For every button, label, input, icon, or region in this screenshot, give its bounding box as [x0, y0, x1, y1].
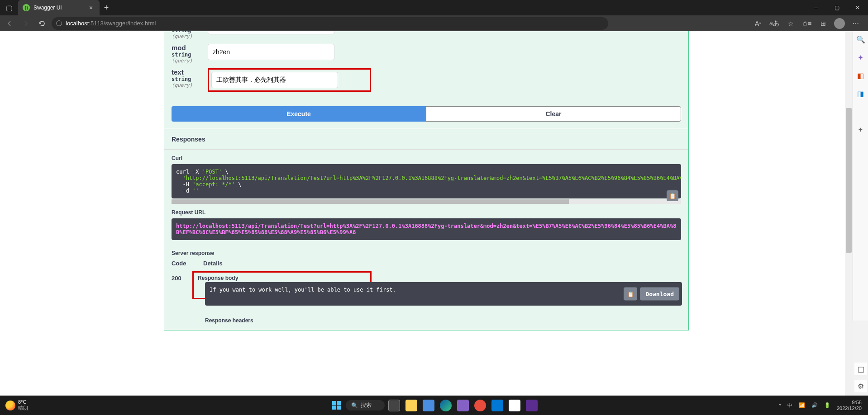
site-info-icon[interactable]: ⓘ [56, 19, 62, 28]
refresh-button[interactable] [35, 17, 49, 30]
server-response-label: Server response [164, 245, 688, 260]
page-scrollbar[interactable] [845, 31, 853, 396]
param-name-col: string (query) [172, 31, 208, 39]
app-icon-1[interactable] [472, 398, 488, 413]
ime-indicator[interactable]: 中 [787, 402, 792, 409]
sidebar-copilot-icon[interactable]: ✦ [856, 53, 865, 62]
search-label: 搜索 [361, 401, 372, 409]
windows-logo-icon [332, 401, 341, 410]
battery-icon[interactable]: 🔋 [824, 402, 830, 408]
curl-code-block[interactable]: curl -X 'POST' \ 'http://localhost:5113/… [172, 164, 681, 198]
responses-header: Responses [164, 129, 688, 150]
param-input-mod[interactable] [208, 44, 334, 60]
time-text: 9:58 [837, 400, 862, 406]
weather-widget[interactable]: 8°C 晴朗 [0, 399, 28, 411]
file-explorer-icon[interactable] [404, 398, 419, 413]
clear-button[interactable]: Clear [426, 106, 681, 122]
start-button[interactable] [329, 398, 344, 413]
new-tab-button[interactable]: + [100, 3, 113, 13]
sidebar-add-icon[interactable]: + [856, 125, 865, 134]
settings-gear-icon[interactable]: ⚙ [854, 380, 867, 392]
read-aloud-icon[interactable]: A» [751, 17, 765, 30]
collections-icon[interactable]: ⊞ [816, 17, 830, 30]
split-screen-icon[interactable]: ◫ [854, 363, 867, 375]
app-icon-2[interactable] [507, 398, 522, 413]
back-button[interactable] [3, 17, 16, 30]
sidebar-outlook-icon[interactable]: ◨ [856, 89, 865, 98]
response-body-label: Response body [196, 275, 368, 281]
weather-temp: 8°C [18, 399, 28, 405]
translate-icon[interactable]: aあ [768, 17, 781, 30]
visual-studio-icon[interactable] [455, 398, 471, 413]
date-text: 2022/12/20 [837, 406, 862, 411]
forward-button [19, 17, 33, 30]
search-icon: 🔍 [351, 402, 358, 409]
browser-tab[interactable]: {} Swagger UI × [18, 0, 100, 15]
download-button[interactable]: Download [640, 288, 679, 301]
tray-chevron-icon[interactable]: ^ [779, 403, 781, 408]
taskbar-search[interactable]: 🔍 搜索 [346, 400, 385, 410]
curl-label: Curl [172, 155, 681, 161]
param-name-col: mod string (query) [172, 44, 208, 64]
vscode-icon[interactable] [490, 398, 505, 413]
curl-scrollbar[interactable] [172, 199, 681, 204]
request-url-block[interactable]: http://localhost:5113/api/Translation/Te… [172, 218, 681, 240]
taskbar: 8°C 晴朗 🔍 搜索 ^ 中 📶 🔊 🔋 9:58 2022/12/20 [0, 396, 868, 415]
terminal-icon[interactable] [524, 398, 539, 413]
swagger-operation-block: string (query) mod string (query) [164, 31, 689, 330]
sidebar-office-icon[interactable]: ◧ [856, 71, 865, 80]
url-input[interactable]: ⓘ localhost:5113/swagger/index.html [52, 17, 608, 30]
page-content: string (query) mod string (query) [0, 31, 853, 396]
request-url-label: Request URL [172, 209, 681, 216]
code-header: Code [172, 260, 203, 267]
edge-bottom-actions: ◫ ⚙ [854, 363, 867, 392]
weather-icon [5, 401, 15, 410]
close-tab-icon[interactable]: × [87, 4, 95, 11]
profile-avatar[interactable] [833, 17, 846, 30]
titlebar: ▢ {} Swagger UI × + ─ ▢ ✕ [0, 0, 868, 15]
tab-scroll-button[interactable]: ▢ [0, 0, 18, 15]
tab-title: Swagger UI [33, 5, 83, 11]
highlighted-input-box [208, 68, 371, 92]
wifi-icon[interactable]: 📶 [799, 402, 805, 408]
param-input-0[interactable] [208, 31, 334, 34]
window-minimize-icon[interactable]: ─ [806, 0, 826, 15]
window-close-icon[interactable]: ✕ [847, 0, 868, 15]
microsoft-store-icon[interactable] [421, 398, 436, 413]
clock[interactable]: 9:58 2022/12/20 [837, 400, 862, 411]
sidebar-search-icon[interactable]: 🔍 [856, 35, 865, 44]
favorite-star-icon[interactable]: ☆ [784, 17, 797, 30]
copy-response-button[interactable]: 📋 [624, 288, 637, 301]
response-body-block[interactable]: If you want to work well, you'll be able… [205, 282, 682, 306]
response-headers-label: Response headers [203, 317, 681, 324]
window-maximize-icon[interactable]: ▢ [826, 0, 847, 15]
execute-button[interactable]: Execute [172, 106, 426, 122]
address-bar: ⓘ localhost:5113/swagger/index.html A» a… [0, 15, 868, 31]
swagger-favicon-icon: {} [23, 4, 30, 11]
edge-sidebar: 🔍 ✦ ◧ ◨ + [853, 31, 868, 321]
url-text: localhost:5113/swagger/index.html [66, 20, 156, 27]
copy-curl-button[interactable]: 📋 [667, 190, 678, 201]
task-view-button[interactable] [386, 398, 402, 413]
volume-icon[interactable]: 🔊 [811, 402, 818, 408]
param-input-text[interactable] [211, 72, 338, 88]
favorites-icon[interactable]: ✩≡ [800, 17, 814, 30]
weather-condition: 晴朗 [18, 405, 28, 411]
param-name-col: text string (query) [172, 68, 208, 88]
edge-browser-icon[interactable] [438, 398, 453, 413]
details-header: Details [203, 260, 681, 267]
more-menu-icon[interactable]: ⋯ [849, 17, 863, 30]
